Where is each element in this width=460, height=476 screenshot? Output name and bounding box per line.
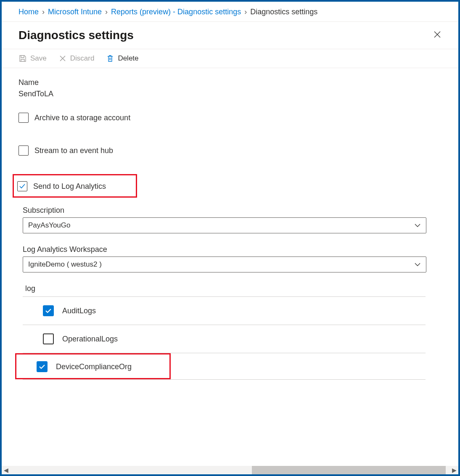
log-label-devicecomplianceorg: DeviceComplianceOrg <box>56 362 132 371</box>
stream-label: Stream to an event hub <box>34 146 113 155</box>
log-analytics-section: Subscription PayAsYouGo Log Analytics Wo… <box>19 206 441 380</box>
chevron-right-icon: › <box>105 8 108 16</box>
chevron-right-icon: › <box>42 8 45 16</box>
breadcrumb-home[interactable]: Home <box>19 8 39 16</box>
workspace-label: Log Analytics Workspace <box>23 245 441 254</box>
log-header: log <box>23 284 441 293</box>
log-checkbox-auditlogs[interactable] <box>43 305 54 316</box>
log-label-operationallogs: OperationalLogs <box>62 335 118 344</box>
close-icon[interactable] <box>433 30 441 41</box>
workspace-select[interactable]: IgniteDemo ( westus2 ) <box>23 257 426 272</box>
log-checkbox-devicecomplianceorg[interactable] <box>37 361 48 372</box>
save-icon <box>19 54 27 63</box>
archive-checkbox[interactable] <box>19 113 29 123</box>
breadcrumb-current: Diagnostics settings <box>250 8 317 16</box>
scroll-left-icon[interactable]: ◀ <box>2 466 10 474</box>
subscription-value: PayAsYouGo <box>28 221 71 230</box>
delete-button[interactable]: Delete <box>106 54 138 63</box>
discard-label: Discard <box>70 54 95 63</box>
delete-label: Delete <box>118 54 138 63</box>
name-label: Name <box>19 78 441 87</box>
log-label-auditlogs: AuditLogs <box>62 307 96 315</box>
breadcrumb: Home › Microsoft Intune › Reports (previ… <box>2 2 458 22</box>
chevron-right-icon: › <box>244 8 247 16</box>
archive-checkbox-row: Archive to a storage account <box>19 113 441 123</box>
subscription-select[interactable]: PayAsYouGo <box>23 217 426 233</box>
scroll-right-icon[interactable]: ▶ <box>450 466 458 474</box>
delete-icon <box>106 54 114 63</box>
scrollbar-track[interactable] <box>10 466 450 474</box>
toolbar: Save Discard Delete <box>2 49 458 68</box>
sendla-label: Send to Log Analytics <box>33 182 106 191</box>
log-table: AuditLogs OperationalLogs DeviceComplian… <box>23 296 426 380</box>
content-area: Name SendToLA Archive to a storage accou… <box>2 68 458 380</box>
log-row-devicecomplianceorg: DeviceComplianceOrg <box>23 353 426 380</box>
breadcrumb-intune[interactable]: Microsoft Intune <box>48 8 102 16</box>
sendla-checkbox-row: Send to Log Analytics <box>17 181 132 191</box>
workspace-value: IgniteDemo ( westus2 ) <box>28 260 102 269</box>
chevron-down-icon <box>414 222 421 229</box>
page-title: Diagnostics settings <box>19 29 134 42</box>
log-checkbox-operationallogs[interactable] <box>43 333 54 344</box>
log-row-auditlogs: AuditLogs <box>23 296 426 325</box>
name-value: SendToLA <box>19 90 441 98</box>
sendla-checkbox[interactable] <box>17 181 27 191</box>
chevron-down-icon <box>414 261 421 268</box>
subscription-label: Subscription <box>23 206 441 215</box>
save-button[interactable]: Save <box>19 54 47 63</box>
scrollbar-thumb[interactable] <box>252 466 445 474</box>
archive-label: Archive to a storage account <box>34 114 130 122</box>
highlight-send-to-la: Send to Log Analytics <box>13 174 137 198</box>
horizontal-scrollbar[interactable]: ◀ ▶ <box>2 466 458 474</box>
discard-icon <box>58 54 67 63</box>
breadcrumb-reports[interactable]: Reports (preview) - Diagnostic settings <box>111 8 241 16</box>
stream-checkbox[interactable] <box>19 145 29 156</box>
save-label: Save <box>30 54 47 63</box>
log-row-operationallogs: OperationalLogs <box>23 325 426 353</box>
page-header: Diagnostics settings <box>2 22 458 49</box>
discard-button[interactable]: Discard <box>58 54 95 63</box>
stream-checkbox-row: Stream to an event hub <box>19 145 441 156</box>
